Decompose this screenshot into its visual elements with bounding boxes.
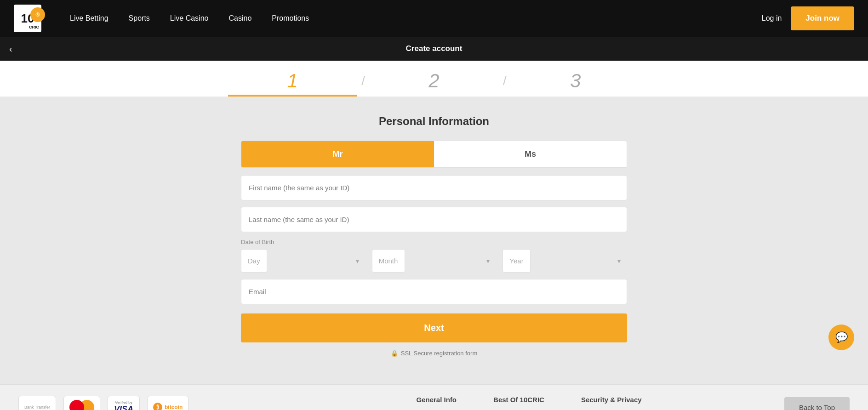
chat-button[interactable]: 💬 — [828, 325, 854, 350]
step-1-number: 1 — [287, 70, 298, 92]
nav-casino[interactable]: Casino — [218, 14, 262, 23]
footer-general-info[interactable]: General Info — [417, 396, 457, 404]
login-button[interactable]: Log in — [762, 14, 782, 23]
btc-icon: ₿ — [153, 403, 162, 410]
step-separator-1: / — [361, 74, 365, 93]
step-1: 1 — [228, 70, 357, 97]
nav-live-casino[interactable]: Live Casino — [160, 14, 219, 23]
lock-icon: 🔒 — [391, 350, 398, 357]
dob-row: Day Month Year — [241, 249, 627, 273]
ssl-note: 🔒 SSL Secure registration form — [241, 350, 627, 357]
footer-best-of-10cric[interactable]: Best Of 10CRIC — [493, 396, 544, 404]
day-select-wrapper: Day — [241, 249, 365, 273]
step-2-number: 2 — [428, 70, 439, 92]
month-select-wrapper: Month — [372, 249, 497, 273]
steps-container: 1 / 2 / 3 — [0, 61, 868, 97]
step-2: 2 — [370, 70, 498, 97]
logo-circle: ® — [30, 7, 45, 22]
join-button[interactable]: Join now — [791, 6, 854, 30]
ssl-text: SSL Secure registration form — [401, 350, 477, 357]
footer: Bank Transfer Verified by VISA ₿ bitcoin… — [0, 384, 868, 410]
nav-promotions[interactable]: Promotions — [262, 14, 319, 23]
form-card: Mr Ms Date of Birth Day Month Year — [241, 141, 627, 357]
nav-sports[interactable]: Sports — [119, 14, 160, 23]
step-3-number: 3 — [570, 70, 581, 92]
header: 10 ® CRIC Live Betting Sports Live Casin… — [0, 0, 868, 37]
year-select-wrapper: Year — [503, 249, 627, 273]
bank-transfer-label: Bank Transfer — [24, 405, 50, 410]
create-account-title: Create account — [406, 44, 463, 53]
gender-toggle: Mr Ms — [241, 141, 627, 168]
step-3: 3 — [511, 70, 640, 97]
bitcoin-logo: ₿ bitcoin — [153, 403, 183, 410]
month-select[interactable]: Month — [372, 249, 405, 273]
step-1-underline — [228, 95, 357, 97]
form-title: Personal Information — [379, 115, 489, 128]
footer-links: General Info Best Of 10CRIC Security & P… — [274, 396, 784, 404]
bitcoin-label: bitcoin — [165, 404, 183, 410]
bitcoin-badge: ₿ bitcoin — [147, 396, 188, 410]
day-select[interactable]: Day — [241, 249, 267, 273]
year-select[interactable]: Year — [503, 249, 531, 273]
gender-ms-button[interactable]: Ms — [434, 141, 627, 167]
email-input[interactable] — [241, 279, 627, 304]
main-content: Personal Information Mr Ms Date of Birth… — [0, 97, 868, 384]
visa-badge: Verified by VISA — [108, 396, 140, 410]
step-separator-2: / — [503, 74, 507, 93]
back-arrow-icon[interactable]: ‹ — [9, 44, 12, 54]
nav-live-betting[interactable]: Live Betting — [60, 14, 119, 23]
logo-cric-text: CRIC — [29, 25, 39, 29]
last-name-input[interactable] — [241, 207, 627, 232]
step-3-underline — [511, 95, 640, 97]
step-2-underline — [370, 95, 498, 97]
bank-transfer-badge: Bank Transfer — [18, 396, 56, 410]
verified-by-text: Verified by — [115, 400, 132, 404]
gender-mr-button[interactable]: Mr — [241, 141, 434, 167]
next-button[interactable]: Next — [241, 313, 627, 342]
logo[interactable]: 10 ® CRIC — [14, 5, 41, 32]
footer-security-privacy[interactable]: Security & Privacy — [581, 396, 642, 404]
back-to-top-button[interactable]: Back to Top — [784, 397, 850, 410]
footer-payments: Bank Transfer Verified by VISA ₿ bitcoin — [18, 396, 274, 410]
main-nav: Live Betting Sports Live Casino Casino P… — [60, 14, 762, 23]
first-name-input[interactable] — [241, 175, 627, 200]
sub-header: ‹ Create account — [0, 37, 868, 61]
header-right: Log in Join now — [762, 6, 854, 30]
dob-label: Date of Birth — [241, 239, 627, 245]
visa-text: VISA — [114, 404, 133, 410]
mastercard-logo — [69, 400, 94, 410]
mastercard-badge — [63, 396, 100, 410]
